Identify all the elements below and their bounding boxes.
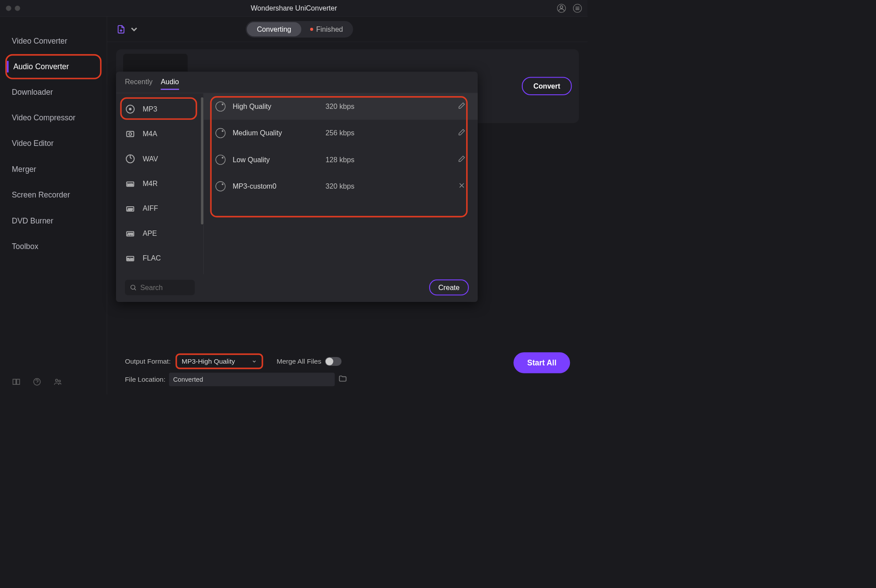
edit-icon[interactable]: [457, 101, 466, 112]
tab-finished[interactable]: Finished: [301, 22, 352, 36]
convert-button[interactable]: Convert: [522, 77, 572, 95]
output-format-dropdown[interactable]: MP3-High Quality: [176, 354, 263, 369]
format-label: APE: [142, 229, 157, 238]
format-label: FLAC: [142, 254, 161, 262]
svg-point-0: [560, 6, 563, 8]
sidebar-item-merger[interactable]: Merger: [0, 156, 107, 182]
format-list: MP3 M4A WAV M: [116, 93, 204, 274]
edit-icon[interactable]: [457, 155, 466, 165]
close-window-button[interactable]: [6, 5, 11, 11]
audio-disc-icon: [125, 104, 135, 115]
svg-rect-13: [127, 131, 134, 137]
status-segment: Converting Finished: [246, 21, 353, 37]
window-controls: [6, 5, 20, 11]
chevron-down-icon: [129, 24, 139, 34]
tab-finished-label: Finished: [316, 25, 343, 33]
format-icon: APE: [125, 228, 135, 238]
quality-name: MP3-custom0: [232, 182, 318, 190]
tutorial-icon[interactable]: [12, 377, 21, 387]
add-file-button[interactable]: [116, 24, 139, 34]
quality-icon: [215, 155, 225, 165]
format-popup: Recently Audio MP3 M4A: [116, 71, 478, 302]
quality-bitrate: 128 kbps: [326, 156, 354, 164]
app-title: Wondershare UniConverter: [251, 4, 337, 12]
output-format-label: Output Format:: [125, 357, 171, 365]
quality-bitrate: 320 kbps: [326, 182, 354, 190]
sidebar-item-screen-recorder[interactable]: Screen Recorder: [0, 182, 107, 208]
quality-custom0[interactable]: MP3-custom0 320 kbps: [204, 173, 478, 200]
sidebar-item-video-editor[interactable]: Video Editor: [0, 131, 107, 156]
sidebar-item-toolbox[interactable]: Toolbox: [0, 234, 107, 259]
titlebar: Wondershare UniConverter: [0, 0, 588, 17]
quality-name: High Quality: [232, 102, 318, 111]
quality-medium[interactable]: Medium Quality 256 kbps: [204, 120, 478, 146]
topbar: Converting Finished: [107, 17, 588, 42]
output-format-value: MP3-High Quality: [182, 357, 235, 365]
file-location-input[interactable]: [169, 372, 335, 386]
scrollbar[interactable]: [201, 97, 203, 225]
sidebar-item-downloader[interactable]: Downloader: [0, 79, 107, 105]
format-label: MP3: [142, 105, 157, 113]
sidebar-item-video-compressor[interactable]: Video Compressor: [0, 105, 107, 130]
minimize-window-button[interactable]: [15, 5, 20, 11]
file-location-label: File Location:: [125, 376, 165, 383]
svg-point-14: [129, 133, 131, 135]
quality-bitrate: 320 kbps: [326, 102, 354, 111]
start-all-button[interactable]: Start All: [513, 352, 570, 373]
quality-name: Low Quality: [232, 156, 318, 164]
notification-dot: [310, 28, 313, 31]
format-ape[interactable]: APE APE: [116, 221, 203, 246]
search-icon: [130, 284, 137, 291]
svg-point-6: [59, 380, 60, 382]
quality-icon: [215, 128, 225, 138]
format-flac[interactable]: FLAC FLAC: [116, 246, 203, 271]
svg-point-26: [131, 285, 135, 289]
format-m4a[interactable]: M4A: [116, 122, 203, 146]
sidebar-item-audio-converter[interactable]: Audio Converter: [5, 54, 101, 79]
format-label: M4A: [142, 130, 157, 138]
format-label: AIFF: [142, 205, 158, 213]
quality-icon: [215, 181, 225, 191]
help-icon[interactable]: [33, 377, 41, 387]
edit-icon[interactable]: [457, 128, 466, 138]
format-icon: [125, 153, 135, 164]
quality-bitrate: 256 kbps: [326, 129, 354, 138]
format-mp3[interactable]: MP3: [116, 97, 203, 121]
community-icon[interactable]: [53, 377, 62, 387]
search-input-wrapper: [125, 280, 195, 295]
tab-converting[interactable]: Converting: [247, 22, 302, 36]
account-icon[interactable]: [557, 4, 566, 12]
merge-label: Merge All Files: [277, 357, 321, 365]
svg-point-12: [129, 108, 131, 110]
sidebar: Video Converter Audio Converter Download…: [0, 17, 107, 395]
svg-text:AIFF: AIFF: [128, 208, 133, 211]
popup-tab-recently[interactable]: Recently: [125, 78, 153, 90]
quality-high[interactable]: High Quality 320 kbps: [204, 93, 478, 119]
sidebar-item-dvd-burner[interactable]: DVD Burner: [0, 208, 107, 234]
format-icon: M4R: [125, 179, 135, 189]
menu-icon[interactable]: [573, 4, 582, 12]
svg-point-5: [56, 379, 58, 381]
svg-text:FLAC: FLAC: [127, 258, 133, 261]
format-icon: AIFF: [125, 203, 135, 214]
sidebar-item-video-converter[interactable]: Video Converter: [0, 28, 107, 54]
quality-icon: [215, 101, 225, 112]
quality-low[interactable]: Low Quality 128 kbps: [204, 146, 478, 173]
open-folder-button[interactable]: [338, 374, 347, 385]
popup-tab-audio[interactable]: Audio: [161, 78, 179, 90]
create-button[interactable]: Create: [429, 279, 469, 295]
format-label: WAV: [142, 155, 158, 163]
format-label: M4R: [142, 179, 157, 188]
format-wav[interactable]: WAV: [116, 146, 203, 171]
format-icon: FLAC: [125, 253, 135, 264]
format-m4r[interactable]: M4R M4R: [116, 171, 203, 196]
delete-icon[interactable]: [457, 181, 466, 191]
search-input[interactable]: [140, 283, 187, 292]
quality-name: Medium Quality: [232, 129, 318, 138]
merge-toggle[interactable]: [325, 357, 341, 366]
chevron-down-icon: [251, 359, 257, 364]
svg-line-27: [135, 289, 136, 290]
format-icon: [125, 129, 135, 139]
quality-list: High Quality 320 kbps Medium Quality 256…: [204, 93, 478, 274]
format-aiff[interactable]: AIFF AIFF: [116, 196, 203, 221]
